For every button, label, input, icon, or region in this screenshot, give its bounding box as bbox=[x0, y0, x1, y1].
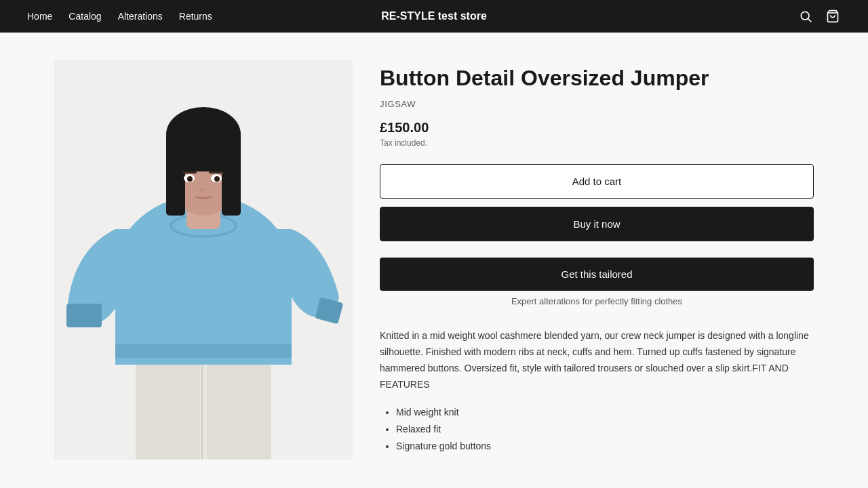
tailored-subtitle: Expert alterations for perfectly fitting… bbox=[380, 296, 814, 306]
svg-rect-19 bbox=[222, 134, 241, 216]
product-price: £150.00 bbox=[380, 120, 814, 136]
svg-rect-18 bbox=[166, 134, 185, 216]
svg-rect-11 bbox=[66, 304, 102, 327]
features-list: Mid weight knit Relaxed fit Signature go… bbox=[380, 404, 814, 455]
product-image-container bbox=[54, 60, 353, 460]
buy-now-button[interactable]: Buy it now bbox=[380, 207, 814, 241]
site-header: Home Catalog Alterations Returns RE-STYL… bbox=[0, 0, 868, 33]
svg-point-26 bbox=[214, 176, 220, 182]
tax-note: Tax included. bbox=[380, 138, 814, 148]
get-tailored-button[interactable]: Get this tailored bbox=[380, 258, 814, 291]
svg-line-1 bbox=[808, 19, 812, 22]
product-image bbox=[54, 60, 353, 460]
feature-item: Signature gold buttons bbox=[396, 438, 814, 455]
product-page: Button Detail Oversized Jumper JIGSAW £1… bbox=[0, 33, 868, 487]
svg-rect-21 bbox=[182, 171, 197, 174]
main-nav: Home Catalog Alterations Returns bbox=[27, 11, 212, 22]
product-description: Knitted in a mid weight wool cashmere bl… bbox=[380, 328, 814, 392]
svg-point-0 bbox=[801, 12, 809, 20]
nav-alterations[interactable]: Alterations bbox=[118, 11, 163, 22]
product-brand: JIGSAW bbox=[380, 99, 814, 109]
store-title: RE-STYLE test store bbox=[381, 10, 487, 22]
product-title: Button Detail Oversized Jumper bbox=[380, 65, 814, 91]
cart-icon[interactable] bbox=[825, 8, 841, 24]
add-to-cart-button[interactable]: Add to cart bbox=[380, 164, 814, 199]
product-details: Button Detail Oversized Jumper JIGSAW £1… bbox=[380, 60, 814, 460]
search-icon[interactable] bbox=[797, 8, 814, 24]
header-actions bbox=[797, 8, 841, 24]
nav-catalog[interactable]: Catalog bbox=[68, 11, 101, 22]
nav-returns[interactable]: Returns bbox=[179, 11, 212, 22]
svg-rect-10 bbox=[115, 344, 292, 358]
feature-item: Relaxed fit bbox=[396, 421, 814, 438]
svg-point-25 bbox=[187, 176, 193, 182]
svg-rect-20 bbox=[171, 155, 236, 171]
feature-item: Mid weight knit bbox=[396, 404, 814, 421]
nav-home[interactable]: Home bbox=[27, 11, 52, 22]
svg-rect-22 bbox=[209, 171, 224, 174]
